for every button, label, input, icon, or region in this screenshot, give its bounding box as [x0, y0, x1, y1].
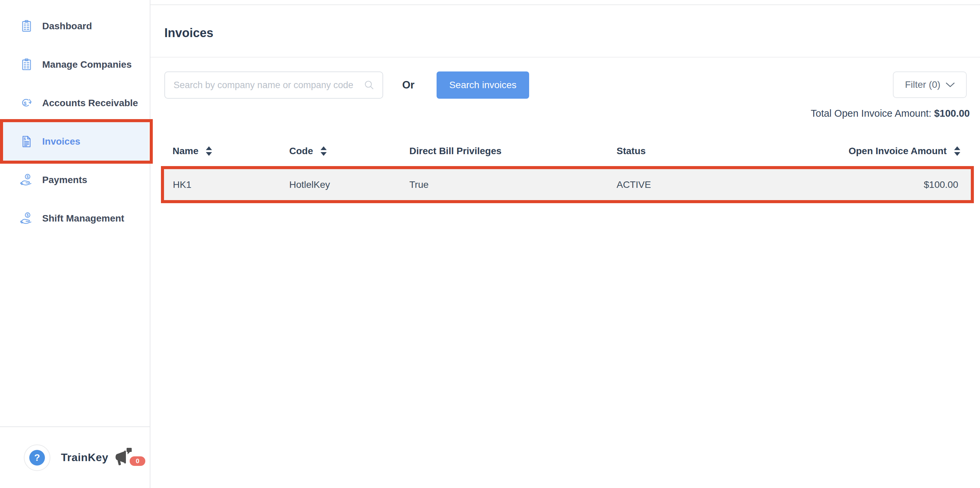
sidebar-item-manage-companies[interactable]: Manage Companies	[0, 45, 150, 84]
search-input[interactable]	[165, 80, 363, 91]
cell-status: ACTIVE	[617, 169, 800, 200]
sidebar-footer: ? TrainKey 0	[0, 426, 150, 488]
column-header-code[interactable]: Code	[289, 143, 409, 159]
sort-icon[interactable]	[206, 146, 212, 156]
hand-coin-icon: $	[20, 212, 33, 225]
column-label: Open Invoice Amount	[849, 146, 947, 157]
column-label: Direct Bill Privileges	[409, 146, 501, 157]
column-header-direct-bill-privileges: Direct Bill Privileges	[409, 143, 617, 159]
column-label: Code	[289, 146, 313, 157]
svg-text:$: $	[27, 213, 29, 217]
column-header-status: Status	[617, 143, 800, 159]
summary-label: Total Open Invoice Amount:	[811, 108, 932, 119]
sidebar-item-label: Manage Companies	[42, 59, 132, 70]
sidebar-item-payments[interactable]: $ Payments	[0, 161, 150, 199]
column-header-name[interactable]: Name	[161, 143, 289, 159]
or-label: Or	[396, 72, 420, 99]
notification-badge: 0	[130, 456, 145, 466]
cell-code: HotlelKey	[289, 169, 409, 200]
search-input-wrapper	[164, 72, 383, 99]
sidebar-item-label: Shift Management	[42, 213, 124, 224]
sort-icon[interactable]	[954, 146, 960, 156]
sort-icon[interactable]	[321, 146, 327, 156]
sidebar-item-label: Accounts Receivable	[42, 98, 138, 108]
header-divider	[150, 57, 980, 57]
svg-text:$: $	[24, 100, 27, 106]
sidebar-item-shift-management[interactable]: $ Shift Management	[0, 199, 150, 238]
company-clipboard-icon	[20, 19, 33, 33]
sidebar-nav: Dashboard Manage Companies $	[0, 7, 150, 238]
cell-open-invoice-amount: $100.00	[800, 169, 971, 200]
sidebar-item-label: Payments	[42, 175, 87, 186]
svg-text:$: $	[24, 137, 26, 141]
filter-button[interactable]: Filter (0)	[893, 72, 967, 98]
chevron-down-icon	[946, 79, 955, 90]
total-open-invoice-amount: Total Open Invoice Amount:$100.00	[811, 108, 970, 119]
table-header-row: Name Code Direct Bill Privileges Status …	[161, 143, 974, 159]
brand-logo: TrainKey	[61, 451, 108, 464]
page-title: Invoices	[164, 26, 213, 40]
sidebar-item-label: Dashboard	[42, 21, 92, 32]
cell-name: HK1	[164, 169, 289, 200]
question-mark-icon: ?	[29, 450, 45, 466]
sidebar-item-label: Invoices	[42, 136, 80, 147]
main-content: Invoices Or Search invoices Filter (0) T…	[150, 0, 980, 488]
summary-amount: $100.00	[934, 108, 970, 119]
announcements-button[interactable]: 0	[111, 448, 146, 468]
cell-direct-bill-privileges: True	[409, 169, 617, 200]
hand-coin-icon: $	[20, 173, 33, 187]
column-header-open-invoice-amount[interactable]: Open Invoice Amount	[800, 143, 974, 159]
filter-label: Filter (0)	[905, 79, 940, 90]
help-button[interactable]: ?	[24, 444, 50, 471]
invoice-document-icon: $	[20, 135, 33, 148]
dollar-arrow-icon: $	[20, 96, 33, 110]
column-label: Name	[172, 146, 198, 157]
sidebar: Dashboard Manage Companies $	[0, 0, 150, 488]
sidebar-item-accounts-receivable[interactable]: $ Accounts Receivable	[0, 84, 150, 122]
column-label: Status	[617, 146, 646, 157]
sidebar-item-invoices[interactable]: $ Invoices	[3, 122, 149, 161]
search-invoices-button[interactable]: Search invoices	[437, 72, 529, 99]
sidebar-item-dashboard[interactable]: Dashboard	[0, 7, 150, 45]
svg-text:$: $	[27, 175, 29, 179]
table-row[interactable]: HK1 HotlelKey True ACTIVE $100.00	[164, 169, 971, 200]
search-icon	[363, 79, 375, 91]
company-clipboard-icon	[20, 58, 33, 72]
